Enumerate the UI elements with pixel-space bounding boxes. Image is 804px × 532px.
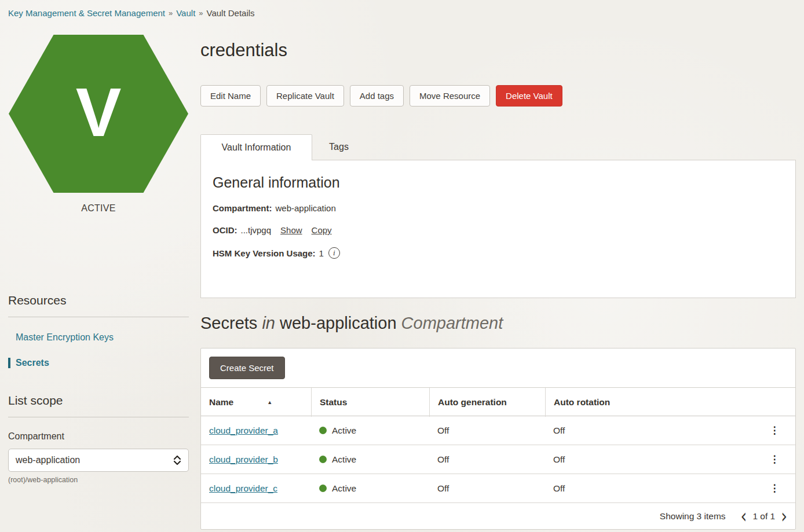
compartment-select[interactable]: web-application bbox=[8, 449, 189, 472]
table-body: cloud_provider_a Active Off Off ⋮ cloud_… bbox=[201, 416, 795, 503]
compartment-row-label: Compartment: bbox=[213, 203, 272, 213]
page-indicator: 1 of 1 bbox=[752, 511, 775, 522]
ocid-row: OCID: ...tjvpgq Show Copy bbox=[213, 225, 784, 235]
list-scope-section: List scope Compartment web-application (… bbox=[8, 394, 200, 484]
move-resource-button[interactable]: Move Resource bbox=[410, 85, 490, 107]
general-information-heading: General information bbox=[213, 174, 784, 191]
info-icon[interactable]: i bbox=[328, 247, 340, 259]
breadcrumb: Key Management & Secret Management » Vau… bbox=[0, 0, 804, 18]
secret-name-link[interactable]: cloud_provider_b bbox=[209, 454, 278, 465]
create-secret-button[interactable]: Create Secret bbox=[209, 357, 285, 379]
vault-information-panel: General information Compartment: web-app… bbox=[200, 160, 796, 298]
status-active-icon bbox=[319, 485, 327, 492]
table-row: cloud_provider_a Active Off Off ⋮ bbox=[201, 416, 795, 445]
status-active-icon bbox=[319, 456, 327, 463]
column-header-name[interactable]: Name ▲ bbox=[201, 388, 311, 417]
secrets-section-heading: Secrets in web-application Compartment bbox=[200, 314, 796, 333]
compartment-select-value: web-application bbox=[16, 455, 80, 465]
previous-page-icon[interactable]: ‹ bbox=[741, 507, 747, 526]
hsm-usage-label: HSM Key Version Usage: bbox=[213, 248, 316, 258]
auto-generation-value: Off bbox=[429, 454, 545, 465]
row-kebab-menu-icon[interactable]: ⋮ bbox=[754, 424, 795, 436]
status-active-icon bbox=[319, 427, 327, 434]
divider bbox=[8, 317, 189, 317]
breadcrumb-vault-details: Vault Details bbox=[207, 8, 255, 18]
pagination: ‹ 1 of 1 › bbox=[741, 508, 787, 524]
table-footer: Showing 3 items ‹ 1 of 1 › bbox=[201, 503, 795, 529]
auto-rotation-value: Off bbox=[545, 425, 754, 436]
compartment-label: Compartment bbox=[8, 431, 189, 442]
compartment-row: Compartment: web-application bbox=[213, 203, 784, 213]
delete-vault-button[interactable]: Delete Vault bbox=[496, 85, 562, 107]
compartment-path: (root)/web-application bbox=[8, 476, 189, 484]
table-row: cloud_provider_b Active Off Off ⋮ bbox=[201, 445, 795, 474]
ocid-show-link[interactable]: Show bbox=[280, 225, 302, 235]
secrets-table-card: Create Secret Name ▲ Status Auto generat… bbox=[200, 348, 796, 530]
breadcrumb-separator-icon: » bbox=[199, 9, 203, 17]
row-kebab-menu-icon[interactable]: ⋮ bbox=[754, 453, 795, 465]
ocid-row-label: OCID: bbox=[213, 225, 237, 235]
list-scope-heading: List scope bbox=[8, 394, 189, 408]
sidebar: V ACTIVE Resources Master Encryption Key… bbox=[0, 18, 200, 530]
breadcrumb-key-management[interactable]: Key Management & Secret Management bbox=[8, 8, 165, 18]
status-label: Active bbox=[332, 454, 356, 465]
auto-generation-value: Off bbox=[429, 425, 545, 436]
ocid-copy-link[interactable]: Copy bbox=[312, 225, 332, 235]
vault-status-block: V ACTIVE bbox=[8, 35, 189, 214]
replicate-vault-button[interactable]: Replicate Vault bbox=[266, 85, 344, 107]
divider bbox=[8, 417, 189, 417]
tab-vault-information[interactable]: Vault Information bbox=[200, 134, 312, 160]
status-label: Active bbox=[332, 483, 356, 494]
tabs: Vault Information Tags bbox=[200, 134, 796, 160]
column-header-status[interactable]: Status bbox=[311, 388, 429, 417]
column-header-label: Name bbox=[209, 397, 233, 408]
vault-hexagon-icon: V bbox=[9, 35, 188, 193]
showing-items-label: Showing 3 items bbox=[660, 511, 726, 522]
ocid-row-value: ...tjvpgq bbox=[241, 225, 272, 235]
resources-section: Resources Master Encryption Keys Secrets bbox=[8, 293, 200, 368]
main-content: credentials Edit Name Replicate Vault Ad… bbox=[200, 18, 804, 530]
sidebar-item-secrets[interactable]: Secrets bbox=[8, 358, 189, 368]
secret-name-link[interactable]: cloud_provider_a bbox=[209, 425, 278, 436]
next-page-icon[interactable]: › bbox=[781, 507, 787, 526]
resources-heading: Resources bbox=[8, 293, 189, 307]
hsm-usage-value: 1 bbox=[319, 248, 324, 258]
hsm-usage-row: HSM Key Version Usage: 1 i bbox=[213, 247, 784, 259]
select-updown-icon bbox=[173, 454, 181, 466]
table-toolbar: Create Secret bbox=[201, 348, 795, 387]
breadcrumb-vault[interactable]: Vault bbox=[176, 8, 195, 18]
auto-generation-value: Off bbox=[429, 483, 545, 494]
sidebar-item-label[interactable]: Secrets bbox=[10, 358, 49, 368]
compartment-row-value: web-application bbox=[276, 203, 336, 213]
row-kebab-menu-icon[interactable]: ⋮ bbox=[754, 482, 795, 494]
table-row: cloud_provider_c Active Off Off ⋮ bbox=[201, 474, 795, 503]
secrets-heading-compartment-word: Compartment bbox=[401, 314, 503, 332]
sidebar-item-label[interactable]: Master Encryption Keys bbox=[8, 332, 114, 343]
tab-tags[interactable]: Tags bbox=[312, 134, 366, 160]
vault-initial: V bbox=[76, 78, 122, 146]
column-header-auto-rotation[interactable]: Auto rotation bbox=[545, 388, 754, 417]
auto-rotation-value: Off bbox=[545, 454, 754, 465]
secrets-heading-word: Secrets bbox=[200, 314, 257, 332]
secret-name-link[interactable]: cloud_provider_c bbox=[209, 483, 277, 494]
status-label: Active bbox=[332, 425, 356, 436]
column-header-auto-generation[interactable]: Auto generation bbox=[429, 388, 545, 417]
action-buttons-row: Edit Name Replicate Vault Add tags Move … bbox=[200, 85, 796, 107]
secrets-heading-in: in bbox=[262, 314, 275, 332]
secrets-heading-compartment-name: web-application bbox=[280, 314, 397, 332]
table-header-row: Name ▲ Status Auto generation Auto rotat… bbox=[201, 387, 795, 416]
sidebar-item-master-encryption-keys[interactable]: Master Encryption Keys bbox=[8, 332, 189, 343]
sort-ascending-icon: ▲ bbox=[267, 399, 272, 405]
vault-status-label: ACTIVE bbox=[81, 203, 116, 214]
page-title: credentials bbox=[200, 40, 796, 61]
edit-name-button[interactable]: Edit Name bbox=[200, 85, 261, 107]
auto-rotation-value: Off bbox=[545, 483, 754, 494]
add-tags-button[interactable]: Add tags bbox=[350, 85, 404, 107]
breadcrumb-separator-icon: » bbox=[169, 9, 173, 17]
